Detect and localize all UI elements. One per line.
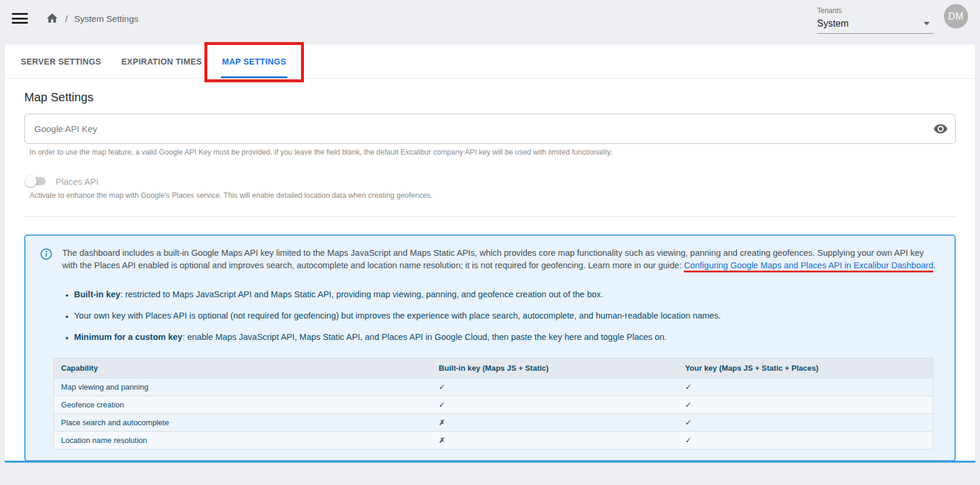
places-helper-text: Activate to enhance the map with Google'… xyxy=(30,191,956,200)
capability-table-header-row: CapabilityBuilt-in key (Maps JS + Static… xyxy=(54,358,933,378)
table-row: Location name resolution✗✓ xyxy=(54,432,933,449)
settings-card: SERVER SETTINGSEXPIRATION TIMESMAP SETTI… xyxy=(5,44,975,462)
places-api-toggle-label: Places API xyxy=(56,176,99,187)
tab-label: MAP SETTINGS xyxy=(222,57,286,66)
check-icon: ✓ xyxy=(678,378,933,396)
table-row: Geofence creation✓✓ xyxy=(54,396,933,414)
table-column-header: Built-in key (Maps JS + Static) xyxy=(432,358,678,378)
page-title: Map Settings xyxy=(24,91,956,104)
info-icon xyxy=(40,248,53,261)
tenant-select-value: System xyxy=(817,18,848,29)
tab-server-settings[interactable]: SERVER SETTINGS xyxy=(11,44,111,78)
info-paragraph: The dashboard includes a built-in Google… xyxy=(62,247,940,352)
check-icon: ✓ xyxy=(678,414,933,432)
breadcrumb-current: System Settings xyxy=(74,14,138,24)
tab-bar: SERVER SETTINGSEXPIRATION TIMESMAP SETTI… xyxy=(5,44,975,79)
tenant-select-label: Tenants xyxy=(817,7,933,15)
tab-label: EXPIRATION TIMES xyxy=(121,57,202,66)
tab-map-settings[interactable]: MAP SETTINGS xyxy=(212,44,296,78)
info-bullet-item: Minimum for a custom key: enable Maps Ja… xyxy=(74,331,940,343)
google-api-key-input[interactable] xyxy=(24,114,956,144)
check-icon: ✓ xyxy=(678,432,933,449)
menu-icon[interactable] xyxy=(12,13,28,24)
table-column-header: Your key (Maps JS + Static + Places) xyxy=(678,358,933,378)
breadcrumb: / System Settings xyxy=(46,12,139,25)
capability-cell: Geofence creation xyxy=(54,396,432,414)
places-api-toggle[interactable] xyxy=(25,175,47,187)
tab-expiration-times[interactable]: EXPIRATION TIMES xyxy=(111,44,212,78)
user-avatar[interactable]: DM xyxy=(944,4,968,28)
capability-cell: Map viewing and panning xyxy=(54,378,432,396)
api-key-helper-text: In order to use the map feature, a valid… xyxy=(30,148,956,156)
breadcrumb-separator: / xyxy=(65,14,68,24)
tenant-select[interactable]: Tenants System xyxy=(817,3,933,34)
info-bullet-item: Built-in key: restricted to Maps JavaScr… xyxy=(74,288,940,301)
section-divider xyxy=(24,216,956,217)
table-row: Place search and autocomplete✗✓ xyxy=(54,414,933,432)
capability-cell: Location name resolution xyxy=(54,432,432,449)
info-bullet-item: Your own key with Places API is optional… xyxy=(74,310,940,322)
cross-icon: ✗ xyxy=(432,414,678,432)
table-column-header: Capability xyxy=(54,358,432,378)
home-icon[interactable] xyxy=(46,12,59,25)
chevron-down-icon xyxy=(924,22,930,25)
guide-link[interactable]: Configuring Google Maps and Places API i… xyxy=(684,261,933,272)
info-box: The dashboard includes a built-in Google… xyxy=(24,235,956,461)
check-icon: ✓ xyxy=(432,378,678,396)
cross-icon: ✗ xyxy=(432,432,678,449)
info-paragraph-period: . xyxy=(933,261,936,270)
check-icon: ✓ xyxy=(678,396,933,414)
capability-table-body: Map viewing and panning✓✓Geofence creati… xyxy=(54,378,933,449)
tab-label: SERVER SETTINGS xyxy=(21,57,101,66)
info-bullets: Built-in key: restricted to Maps JavaScr… xyxy=(63,288,940,343)
capability-table: CapabilityBuilt-in key (Maps JS + Static… xyxy=(53,358,933,449)
top-bar: / System Settings Tenants System DM xyxy=(0,0,980,37)
table-row: Map viewing and panning✓✓ xyxy=(54,378,933,396)
capability-cell: Place search and autocomplete xyxy=(54,414,432,432)
visibility-eye-icon[interactable] xyxy=(933,121,948,136)
check-icon: ✓ xyxy=(432,396,678,414)
